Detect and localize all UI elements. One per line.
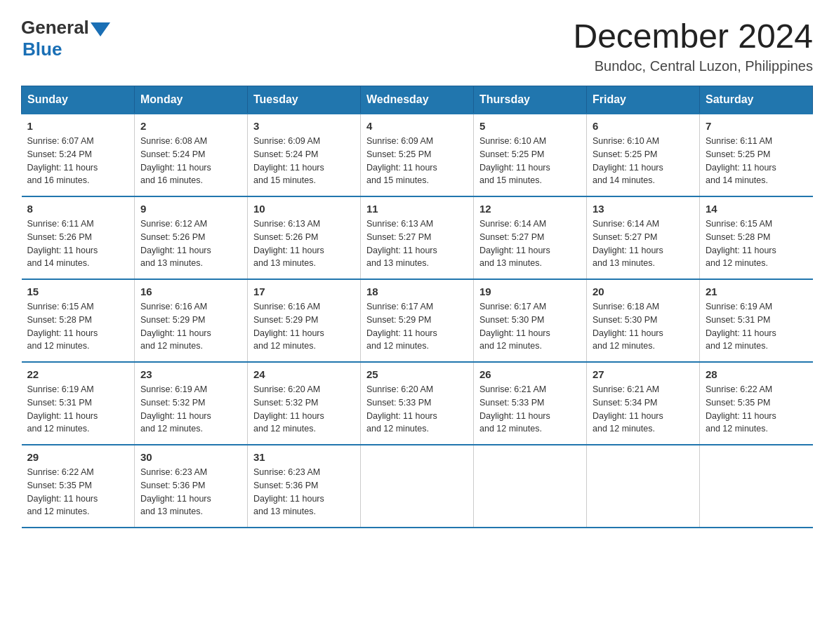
- day-info: Sunrise: 6:20 AMSunset: 5:33 PMDaylight:…: [366, 383, 468, 436]
- calendar-cell: [361, 445, 474, 528]
- title-section: December 2024 Bundoc, Central Luzon, Phi…: [573, 17, 813, 74]
- logo-triangle-icon: [91, 22, 110, 36]
- weekday-header-sunday: Sunday: [22, 86, 135, 114]
- logo: General Blue: [21, 17, 110, 60]
- day-number: 28: [706, 368, 807, 380]
- day-info: Sunrise: 6:23 AMSunset: 5:36 PMDaylight:…: [140, 466, 241, 518]
- day-number: 21: [706, 286, 807, 297]
- calendar-cell: 30 Sunrise: 6:23 AMSunset: 5:36 PMDaylig…: [135, 445, 248, 528]
- day-number: 8: [27, 203, 129, 215]
- weekday-header-saturday: Saturday: [700, 86, 813, 114]
- day-info: Sunrise: 6:16 AMSunset: 5:29 PMDaylight:…: [253, 300, 355, 353]
- weekday-header-thursday: Thursday: [474, 86, 587, 114]
- day-info: Sunrise: 6:20 AMSunset: 5:32 PMDaylight:…: [253, 383, 355, 436]
- calendar-cell: 29 Sunrise: 6:22 AMSunset: 5:35 PMDaylig…: [22, 445, 135, 528]
- day-info: Sunrise: 6:15 AMSunset: 5:28 PMDaylight:…: [706, 217, 807, 270]
- day-number: 11: [366, 203, 468, 215]
- day-info: Sunrise: 6:14 AMSunset: 5:27 PMDaylight:…: [593, 217, 694, 270]
- calendar-cell: 28 Sunrise: 6:22 AMSunset: 5:35 PMDaylig…: [700, 362, 813, 445]
- day-info: Sunrise: 6:09 AMSunset: 5:25 PMDaylight:…: [366, 135, 468, 187]
- day-info: Sunrise: 6:19 AMSunset: 5:32 PMDaylight:…: [140, 383, 241, 436]
- weekday-header-tuesday: Tuesday: [248, 86, 361, 114]
- day-number: 24: [253, 368, 355, 380]
- day-info: Sunrise: 6:16 AMSunset: 5:29 PMDaylight:…: [140, 300, 241, 353]
- calendar-cell: 20 Sunrise: 6:18 AMSunset: 5:30 PMDaylig…: [587, 279, 700, 362]
- page-header: General Blue December 2024 Bundoc, Centr…: [21, 17, 813, 74]
- calendar-cell: 1 Sunrise: 6:07 AMSunset: 5:24 PMDayligh…: [22, 114, 135, 196]
- day-number: 14: [706, 203, 807, 215]
- calendar-cell: 14 Sunrise: 6:15 AMSunset: 5:28 PMDaylig…: [700, 196, 813, 279]
- day-number: 4: [366, 120, 468, 132]
- calendar-cell: 12 Sunrise: 6:14 AMSunset: 5:27 PMDaylig…: [474, 196, 587, 279]
- day-number: 23: [140, 368, 241, 380]
- day-number: 27: [593, 368, 694, 380]
- day-number: 6: [593, 120, 694, 132]
- day-info: Sunrise: 6:21 AMSunset: 5:33 PMDaylight:…: [479, 383, 581, 436]
- calendar-cell: 19 Sunrise: 6:17 AMSunset: 5:30 PMDaylig…: [474, 279, 587, 362]
- day-info: Sunrise: 6:08 AMSunset: 5:24 PMDaylight:…: [140, 135, 241, 187]
- calendar-cell: 7 Sunrise: 6:11 AMSunset: 5:25 PMDayligh…: [700, 114, 813, 196]
- logo-blue-text: Blue: [22, 39, 62, 60]
- calendar-cell: 22 Sunrise: 6:19 AMSunset: 5:31 PMDaylig…: [22, 362, 135, 445]
- day-info: Sunrise: 6:17 AMSunset: 5:30 PMDaylight:…: [479, 300, 581, 353]
- day-info: Sunrise: 6:13 AMSunset: 5:26 PMDaylight:…: [253, 217, 355, 270]
- week-row-1: 1 Sunrise: 6:07 AMSunset: 5:24 PMDayligh…: [22, 114, 813, 196]
- day-info: Sunrise: 6:15 AMSunset: 5:28 PMDaylight:…: [27, 300, 129, 353]
- day-number: 31: [253, 451, 355, 463]
- day-info: Sunrise: 6:22 AMSunset: 5:35 PMDaylight:…: [27, 466, 129, 518]
- calendar-cell: [474, 445, 587, 528]
- header-row: SundayMondayTuesdayWednesdayThursdayFrid…: [22, 86, 813, 114]
- day-info: Sunrise: 6:22 AMSunset: 5:35 PMDaylight:…: [706, 383, 807, 436]
- calendar-table: SundayMondayTuesdayWednesdayThursdayFrid…: [21, 86, 813, 528]
- weekday-header-wednesday: Wednesday: [361, 86, 474, 114]
- calendar-cell: 4 Sunrise: 6:09 AMSunset: 5:25 PMDayligh…: [361, 114, 474, 196]
- day-number: 9: [140, 203, 241, 215]
- calendar-cell: [587, 445, 700, 528]
- calendar-cell: [700, 445, 813, 528]
- day-info: Sunrise: 6:18 AMSunset: 5:30 PMDaylight:…: [593, 300, 694, 353]
- day-info: Sunrise: 6:19 AMSunset: 5:31 PMDaylight:…: [706, 300, 807, 353]
- calendar-cell: 17 Sunrise: 6:16 AMSunset: 5:29 PMDaylig…: [248, 279, 361, 362]
- day-info: Sunrise: 6:19 AMSunset: 5:31 PMDaylight:…: [27, 383, 129, 436]
- calendar-cell: 25 Sunrise: 6:20 AMSunset: 5:33 PMDaylig…: [361, 362, 474, 445]
- day-info: Sunrise: 6:10 AMSunset: 5:25 PMDaylight:…: [479, 135, 581, 187]
- day-number: 29: [27, 451, 129, 463]
- week-row-3: 15 Sunrise: 6:15 AMSunset: 5:28 PMDaylig…: [22, 279, 813, 362]
- calendar-cell: 15 Sunrise: 6:15 AMSunset: 5:28 PMDaylig…: [22, 279, 135, 362]
- day-number: 26: [479, 368, 581, 380]
- week-row-2: 8 Sunrise: 6:11 AMSunset: 5:26 PMDayligh…: [22, 196, 813, 279]
- day-number: 12: [479, 203, 581, 215]
- day-info: Sunrise: 6:17 AMSunset: 5:29 PMDaylight:…: [366, 300, 468, 353]
- calendar-cell: 11 Sunrise: 6:13 AMSunset: 5:27 PMDaylig…: [361, 196, 474, 279]
- day-number: 30: [140, 451, 241, 463]
- location-text: Bundoc, Central Luzon, Philippines: [573, 58, 813, 74]
- day-number: 17: [253, 286, 355, 297]
- day-number: 22: [27, 368, 129, 380]
- week-row-4: 22 Sunrise: 6:19 AMSunset: 5:31 PMDaylig…: [22, 362, 813, 445]
- day-number: 2: [140, 120, 241, 132]
- day-info: Sunrise: 6:13 AMSunset: 5:27 PMDaylight:…: [366, 217, 468, 270]
- day-number: 10: [253, 203, 355, 215]
- calendar-cell: 21 Sunrise: 6:19 AMSunset: 5:31 PMDaylig…: [700, 279, 813, 362]
- calendar-cell: 27 Sunrise: 6:21 AMSunset: 5:34 PMDaylig…: [587, 362, 700, 445]
- day-info: Sunrise: 6:11 AMSunset: 5:25 PMDaylight:…: [706, 135, 807, 187]
- calendar-cell: 13 Sunrise: 6:14 AMSunset: 5:27 PMDaylig…: [587, 196, 700, 279]
- day-number: 13: [593, 203, 694, 215]
- month-title: December 2024: [573, 17, 813, 55]
- calendar-cell: 18 Sunrise: 6:17 AMSunset: 5:29 PMDaylig…: [361, 279, 474, 362]
- day-number: 15: [27, 286, 129, 297]
- calendar-cell: 23 Sunrise: 6:19 AMSunset: 5:32 PMDaylig…: [135, 362, 248, 445]
- week-row-5: 29 Sunrise: 6:22 AMSunset: 5:35 PMDaylig…: [22, 445, 813, 528]
- day-info: Sunrise: 6:21 AMSunset: 5:34 PMDaylight:…: [593, 383, 694, 436]
- day-number: 19: [479, 286, 581, 297]
- calendar-cell: 3 Sunrise: 6:09 AMSunset: 5:24 PMDayligh…: [248, 114, 361, 196]
- calendar-cell: 24 Sunrise: 6:20 AMSunset: 5:32 PMDaylig…: [248, 362, 361, 445]
- calendar-cell: 8 Sunrise: 6:11 AMSunset: 5:26 PMDayligh…: [22, 196, 135, 279]
- day-number: 3: [253, 120, 355, 132]
- day-info: Sunrise: 6:12 AMSunset: 5:26 PMDaylight:…: [140, 217, 241, 270]
- calendar-cell: 6 Sunrise: 6:10 AMSunset: 5:25 PMDayligh…: [587, 114, 700, 196]
- day-number: 7: [706, 120, 807, 132]
- day-number: 25: [366, 368, 468, 380]
- weekday-header-friday: Friday: [587, 86, 700, 114]
- calendar-cell: 10 Sunrise: 6:13 AMSunset: 5:26 PMDaylig…: [248, 196, 361, 279]
